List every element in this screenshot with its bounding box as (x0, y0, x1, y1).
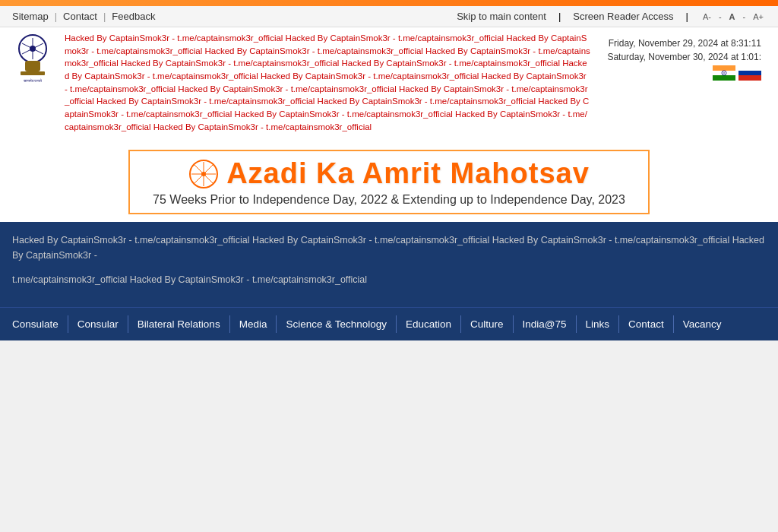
india-flag-icon (713, 65, 735, 81)
screen-reader-link[interactable]: Screen Reader Access (573, 11, 673, 22)
separator4: | (686, 11, 688, 22)
svg-rect-6 (21, 71, 45, 75)
nav-india-75[interactable]: India@75 (513, 315, 576, 333)
azadi-logo-icon (188, 159, 219, 189)
separator3: | (558, 11, 561, 22)
separator1: | (55, 11, 57, 22)
top-strip (0, 0, 778, 6)
font-normal-btn[interactable]: A (727, 11, 738, 22)
nav-links[interactable]: Links (576, 315, 619, 333)
nav-media[interactable]: Media (229, 315, 277, 333)
bottom-hacked-text-1: Hacked By CaptainSmok3r - t.me/captainsm… (12, 233, 766, 263)
font-controls: A- - A - A+ (701, 11, 766, 22)
nav-bilateral-relations[interactable]: Bilateral Relations (128, 315, 229, 333)
svg-rect-10 (713, 75, 735, 81)
nav-bar: Consulate Consular Bilateral Relations M… (0, 307, 778, 340)
date-line-2: Saturday, November 30, 2024 at 1:01: (607, 52, 761, 62)
bottom-info-bar: Hacked By CaptainSmok3r - t.me/captainsm… (0, 222, 778, 307)
skip-to-main-link[interactable]: Skip to main content (457, 11, 546, 22)
russia-flag-icon (738, 65, 761, 81)
contact-link[interactable]: Contact (63, 11, 97, 22)
nav-culture[interactable]: Culture (460, 315, 513, 333)
svg-point-12 (723, 72, 725, 74)
font-large-btn[interactable]: A+ (751, 11, 766, 22)
header-wrapper: सत्यमेव जयते Hacked By CaptainSmok3r - t… (0, 27, 778, 222)
azadi-section: Azadi Ka Amrit Mahotsav 75 Weeks Prior t… (0, 138, 778, 222)
emblem: सत्यमेव जयते (8, 32, 57, 89)
utility-bar: Sitemap | Contact | Feedback Skip to mai… (0, 6, 778, 27)
feedback-link[interactable]: Feedback (112, 11, 155, 22)
font-small-btn[interactable]: A- (701, 11, 713, 22)
date-line-1: Friday, November 29, 2024 at 8:31:11 (609, 38, 761, 49)
azadi-title: Azadi Ka Amrit Mahotsav (226, 157, 590, 190)
separator5: - (716, 11, 724, 22)
sitemap-link[interactable]: Sitemap (12, 11, 49, 22)
svg-rect-5 (25, 61, 40, 71)
separator6: - (741, 11, 748, 22)
nav-contact[interactable]: Contact (618, 315, 673, 333)
svg-rect-14 (738, 71, 761, 75)
date-flag-block: Friday, November 29, 2024 at 8:31:11 Sat… (598, 32, 770, 87)
header-hacked-text: Hacked By CaptainSmok3r - t.me/captainsm… (65, 32, 590, 133)
svg-rect-13 (738, 65, 761, 71)
utility-left: Sitemap | Contact | Feedback (12, 11, 155, 22)
utility-right: Skip to main content | Screen Reader Acc… (457, 11, 766, 22)
svg-text:सत्यमेव जयते: सत्यमेव जयते (22, 78, 41, 83)
nav-science-technology[interactable]: Science & Technology (276, 315, 396, 333)
nav-consular[interactable]: Consular (68, 315, 128, 333)
azadi-subtitle: 75 Weeks Prior to Independence Day, 2022… (153, 193, 625, 207)
header-hacked-text-block: Hacked By CaptainSmok3r - t.me/captainsm… (57, 32, 598, 133)
nav-vacancy[interactable]: Vacancy (673, 315, 731, 333)
nav-consulate[interactable]: Consulate (12, 315, 68, 333)
nav-education[interactable]: Education (396, 315, 460, 333)
svg-rect-8 (713, 65, 735, 71)
bottom-hacked-text-2: t.me/captainsmok3r_official Hacked By Ca… (12, 272, 766, 287)
separator2: | (103, 11, 106, 22)
flag-icons (713, 65, 761, 81)
svg-rect-15 (738, 75, 761, 81)
